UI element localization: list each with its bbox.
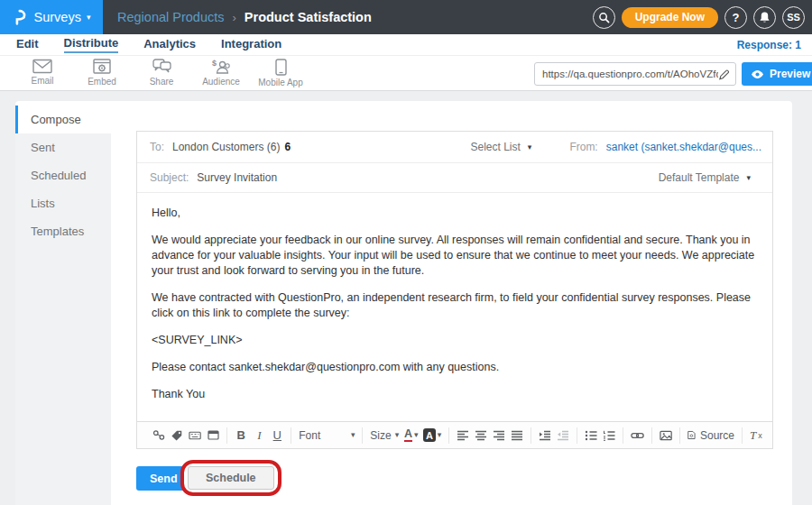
distribute-toolbar: Email Embed Share $	[0, 55, 812, 91]
chevron-down-icon: ▾	[438, 431, 442, 439]
font-dropdown-label: Font	[299, 429, 320, 442]
search-button[interactable]	[593, 6, 615, 29]
bell-icon	[759, 11, 770, 23]
source-button[interactable]: Source	[685, 426, 737, 445]
share-channels: Email Embed Share $	[0, 59, 310, 87]
edit-url-pencil-icon[interactable]	[718, 69, 730, 80]
toolbar-separator	[226, 427, 227, 444]
distribute-email-card: Compose Sent Scheduled Lists Templates T…	[15, 101, 792, 505]
anchor-link-icon	[152, 429, 165, 441]
help-button[interactable]: ?	[724, 6, 747, 29]
schedule-button[interactable]: Schedule	[188, 466, 274, 490]
response-count[interactable]: Response: 1	[737, 39, 801, 51]
survey-url-box	[534, 62, 736, 86]
image-icon	[660, 430, 672, 441]
editor-toolbar: B I U Font ▾ Size ▾ A ▾ A ▾	[137, 421, 772, 448]
sidebar-item-lists[interactable]: Lists	[15, 189, 111, 217]
audience-icon: $	[211, 59, 231, 75]
to-label: To:	[150, 141, 164, 153]
align-right-button[interactable]	[490, 426, 508, 445]
chevron-down-icon: ▾	[87, 14, 91, 22]
chevron-down-icon: ▾	[528, 142, 532, 152]
align-center-button[interactable]	[472, 426, 490, 445]
channel-embed-label: Embed	[88, 77, 116, 87]
chain-link-icon	[631, 431, 644, 440]
channel-mobile-app[interactable]: Mobile App	[251, 59, 310, 87]
toolbar-separator	[577, 427, 577, 444]
embed-media-icon	[208, 430, 219, 440]
channel-mobile-app-label: Mobile App	[258, 78, 302, 87]
toolbar-separator	[531, 427, 531, 444]
align-left-icon	[457, 430, 469, 441]
survey-url-input[interactable]	[542, 69, 718, 79]
notifications-button[interactable]	[753, 6, 776, 29]
channel-audience[interactable]: $ Audience	[191, 59, 251, 87]
underline-button[interactable]: U	[268, 426, 286, 445]
remove-format-t: T	[750, 428, 756, 443]
breadcrumb: Regional Products › Product Satisfaction	[117, 10, 372, 24]
survey-nav: Edit Distribute Analytics Integration Re…	[0, 34, 812, 55]
svg-text:$: $	[212, 59, 217, 68]
toolbar-separator	[679, 427, 680, 444]
toolbar-separator	[742, 427, 743, 444]
background-color-button[interactable]: A ▾	[420, 426, 444, 445]
align-left-button[interactable]	[454, 426, 472, 445]
tab-edit[interactable]: Edit	[16, 37, 39, 52]
channel-email[interactable]: Email	[13, 59, 72, 87]
size-dropdown[interactable]: Size ▾	[367, 426, 401, 445]
numbered-list-icon	[603, 430, 615, 441]
surveys-menu[interactable]: Surveys ▾	[0, 0, 103, 34]
tag-button[interactable]	[168, 426, 186, 445]
mobile-app-icon	[275, 59, 287, 76]
breadcrumb-folder[interactable]: Regional Products	[117, 10, 225, 24]
numbered-list-button[interactable]	[600, 426, 618, 445]
body-paragraph: Hello,	[152, 206, 758, 221]
breadcrumb-current: Product Satisfaction	[245, 10, 372, 24]
font-dropdown[interactable]: Font ▾	[296, 426, 357, 445]
sidebar-item-templates[interactable]: Templates	[15, 217, 111, 245]
anchor-link-button[interactable]	[150, 426, 168, 445]
chevron-down-icon: ▾	[351, 431, 355, 439]
tab-analytics[interactable]: Analytics	[143, 37, 196, 52]
indent-decrease-button[interactable]	[554, 426, 572, 445]
subject-value[interactable]: Survey Invitation	[197, 171, 277, 184]
to-row: To: London Customers (6) 6 Select List ▾…	[137, 132, 772, 163]
insert-link-button[interactable]	[628, 426, 647, 445]
source-doc-icon	[687, 429, 696, 441]
email-body-editor[interactable]: Hello, We would appreciate your feedback…	[137, 194, 772, 421]
template-dropdown[interactable]: Default Template ▾	[659, 171, 751, 184]
to-value[interactable]: London Customers (6)	[172, 141, 280, 153]
channel-embed[interactable]: Embed	[72, 59, 132, 87]
body-paragraph: <SURVEY_LINK>	[152, 333, 758, 348]
tab-distribute[interactable]: Distribute	[64, 36, 119, 53]
insert-image-button[interactable]	[657, 426, 675, 445]
background-color-label: A	[423, 428, 436, 442]
remove-format-button[interactable]: T x	[747, 426, 765, 445]
indent-increase-button[interactable]	[536, 426, 554, 445]
keyboard-button[interactable]	[186, 426, 204, 445]
sidebar-item-sent[interactable]: Sent	[15, 133, 111, 161]
upgrade-now-button[interactable]: Upgrade Now	[622, 7, 718, 28]
toolbar-separator	[651, 427, 652, 444]
body-paragraph: We have contracted with QuestionPro, an …	[152, 290, 758, 321]
tab-integration[interactable]: Integration	[221, 37, 281, 52]
sidebar-item-scheduled[interactable]: Scheduled	[15, 161, 111, 189]
bold-button[interactable]: B	[232, 426, 250, 445]
questionpro-logo-icon	[13, 8, 29, 26]
italic-button[interactable]: I	[250, 426, 268, 445]
sidebar-item-compose[interactable]: Compose	[15, 106, 111, 133]
embed-media-button[interactable]	[204, 426, 222, 445]
preview-button[interactable]: Preview	[742, 62, 812, 86]
bullet-list-button[interactable]	[582, 426, 600, 445]
template-label: Default Template	[659, 171, 740, 184]
from-value[interactable]: sanket (sanket.shekdar@ques...	[606, 141, 761, 153]
embed-icon	[93, 59, 111, 75]
email-icon	[32, 59, 52, 74]
avatar[interactable]: SS	[782, 6, 805, 29]
subject-label: Subject:	[150, 171, 189, 184]
select-list-dropdown[interactable]: Select List ▾	[470, 141, 531, 153]
text-color-button[interactable]: A ▾	[401, 426, 420, 445]
align-center-icon	[475, 430, 487, 441]
channel-share[interactable]: Share	[132, 59, 191, 87]
justify-button[interactable]	[508, 426, 526, 445]
